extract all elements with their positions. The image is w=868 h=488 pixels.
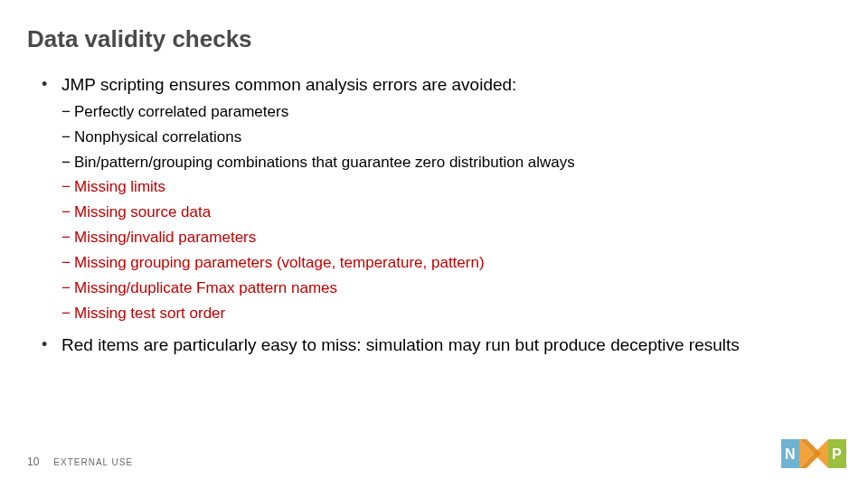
- sub-item-c: Bin/pattern/grouping combinations that g…: [61, 153, 841, 174]
- svg-text:N: N: [785, 446, 796, 462]
- sub-item-d: Missing limits: [61, 177, 841, 198]
- sub-item-h: Missing/duplicate Fmax pattern names: [61, 278, 841, 299]
- bullet-item-1: JMP scripting ensures common analysis er…: [42, 73, 841, 324]
- sub-item-g: Missing grouping parameters (voltage, te…: [61, 253, 841, 274]
- bullet-2-text: Red items are particularly easy to miss:…: [61, 335, 740, 354]
- nxp-logo-icon: N P: [781, 432, 846, 475]
- bullet-1-text: JMP scripting ensures common analysis er…: [61, 75, 516, 94]
- svg-text:P: P: [832, 446, 842, 462]
- bullet-item-2: Red items are particularly easy to miss:…: [42, 333, 841, 357]
- bullet-list: JMP scripting ensures common analysis er…: [42, 73, 841, 357]
- sub-item-b: Nonphysical correlations: [61, 127, 841, 148]
- footer: 10 EXTERNAL USE: [27, 455, 133, 468]
- sub-item-i: Missing test sort order: [61, 304, 841, 324]
- slide-title: Data validity checks: [27, 25, 841, 53]
- sub-item-e: Missing source data: [61, 202, 841, 223]
- page-number: 10: [27, 455, 39, 468]
- sub-item-a: Perfectly correlated parameters: [61, 102, 841, 123]
- classification-label: EXTERNAL USE: [53, 457, 133, 467]
- sub-item-f: Missing/invalid parameters: [61, 228, 841, 249]
- slide: Data validity checks JMP scripting ensur…: [0, 0, 868, 488]
- sub-bullet-list: Perfectly correlated parameters Nonphysi…: [61, 102, 841, 324]
